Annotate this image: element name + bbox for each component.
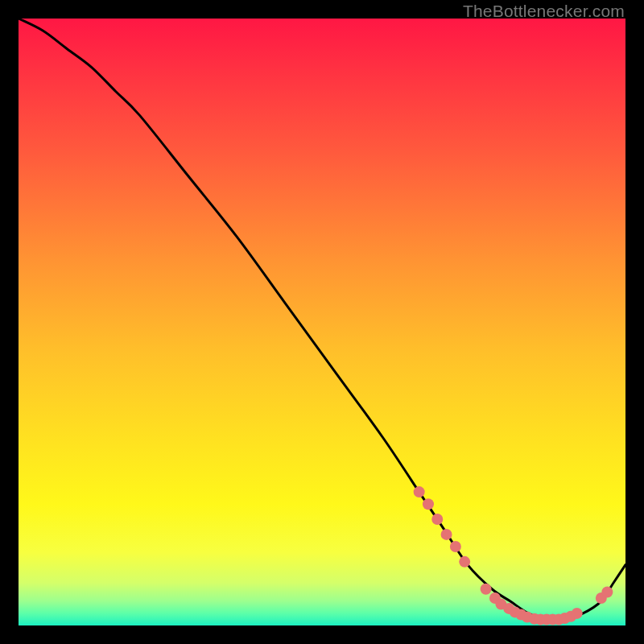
- curve-marker: [431, 514, 443, 525]
- curve-marker: [423, 498, 434, 510]
- chart-svg: [19, 19, 625, 625]
- watermark-text: TheBottlenecker.com: [463, 2, 625, 21]
- bottleneck-curve: [19, 19, 625, 620]
- curve-marker: [601, 587, 613, 598]
- curve-marker: [414, 486, 425, 497]
- curve-marker: [450, 541, 461, 552]
- plot-area: [19, 19, 625, 625]
- curve-marker: [441, 529, 452, 540]
- curve-marker: [459, 556, 470, 568]
- chart-frame: TheBottlenecker.com: [0, 0, 644, 644]
- curve-marker: [481, 584, 492, 595]
- curve-marker: [572, 608, 583, 619]
